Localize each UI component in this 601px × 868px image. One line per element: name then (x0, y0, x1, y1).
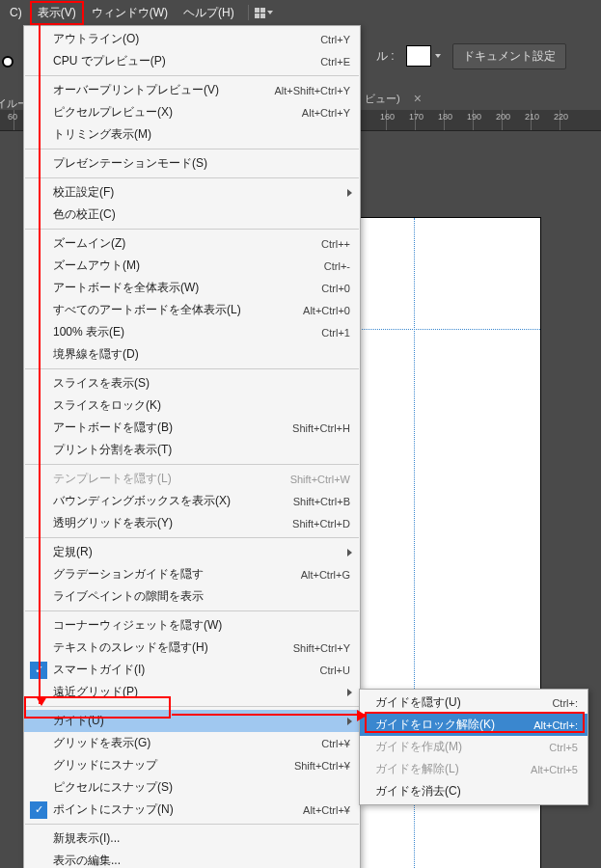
menu-item[interactable]: コーナーウィジェットを隠す(W) (24, 614, 360, 637)
ruler-label: 210 (525, 112, 539, 122)
menubar-item-window[interactable]: ウィンドウ(W) (84, 1, 176, 25)
menu-item[interactable]: グラデーションガイドを隠すAlt+Ctrl+G (24, 563, 360, 585)
caret-down-icon (267, 11, 273, 14)
menu-item[interactable]: 新規表示(I)... (24, 827, 360, 850)
menu-item[interactable]: ズームイン(Z)Ctrl++ (24, 232, 360, 255)
menu-shortcut: Shift+Ctrl+W (290, 474, 350, 485)
menu-item-label: スマートガイド(I) (53, 662, 301, 678)
submenu-arrow-icon (347, 718, 352, 725)
menu-item-label: 境界線を隠す(D) (53, 346, 350, 363)
menu-item: テンプレートを隠す(L)Shift+Ctrl+W (24, 468, 360, 490)
menu-item[interactable]: 定規(R) (24, 541, 360, 563)
menubar-item-prev[interactable]: C) (2, 2, 30, 23)
grid-icon (255, 8, 265, 18)
menu-item[interactable]: CPU でプレビュー(P)Ctrl+E (24, 50, 360, 72)
submenu-arrow-icon (347, 689, 352, 696)
menu-item-label: グリッドにスナップ (53, 757, 275, 773)
menu-item[interactable]: 校正設定(F) (24, 181, 360, 203)
menu-item-label: 透明グリッドを表示(Y) (53, 515, 273, 531)
menu-item[interactable]: バウンディングボックスを表示(X)Shift+Ctrl+B (24, 490, 360, 512)
menu-item[interactable]: 表示の編集... (24, 850, 360, 868)
submenu-shortcut: Alt+Ctrl+5 (531, 764, 578, 775)
submenu-item-label: ガイドを隠す(U) (375, 694, 533, 711)
menu-separator (25, 368, 359, 369)
ruler-label: 170 (409, 112, 423, 122)
annotation-arrow-right (172, 714, 365, 716)
color-swatch (406, 45, 431, 67)
menu-item[interactable]: ライブペイントの隙間を表示 (24, 585, 360, 608)
menu-item[interactable]: グリッドにスナップShift+Ctrl+¥ (24, 754, 360, 776)
menu-shortcut: Ctrl+- (324, 260, 350, 272)
menubar-item-help[interactable]: ヘルプ(H) (176, 1, 242, 25)
caret-down-icon (435, 54, 441, 58)
menu-item-label: テンプレートを隠す(L) (53, 471, 271, 487)
menu-item-label: バウンディングボックスを表示(X) (53, 493, 274, 509)
menu-item[interactable]: トリミング表示(M) (24, 123, 360, 146)
menu-item[interactable]: すべてのアートボードを全体表示(L)Alt+Ctrl+0 (24, 299, 360, 321)
menu-item-label: グラデーションガイドを隠す (53, 566, 282, 583)
menu-separator (25, 824, 359, 825)
menu-shortcut: Ctrl+U (320, 665, 350, 676)
menu-item-label: 定規(R) (53, 544, 350, 560)
menu-separator (25, 75, 359, 76)
submenu-item-label: ガイドを作成(M) (375, 739, 530, 755)
menu-item[interactable]: 100% 表示(E)Ctrl+1 (24, 321, 360, 343)
ruler-label: 220 (554, 112, 568, 122)
menu-shortcut: Ctrl+E (320, 56, 350, 68)
menu-item-label: ポイントにスナップ(N) (53, 801, 284, 818)
menu-item[interactable]: ✓ポイントにスナップ(N)Alt+Ctrl+¥ (24, 799, 360, 821)
check-icon: ✓ (30, 801, 47, 819)
view-menu: アウトライン(O)Ctrl+YCPU でプレビュー(P)Ctrl+Eオーバープリ… (23, 25, 361, 868)
menu-shortcut: Alt+Ctrl+G (301, 569, 350, 581)
menu-item-label: ピクセルプレビュー(X) (53, 104, 283, 121)
ruler-label: 160 (380, 112, 395, 122)
menu-separator (25, 229, 359, 230)
menu-item[interactable]: グリッドを表示(G)Ctrl+¥ (24, 732, 360, 754)
menu-item[interactable]: アートボードを全体表示(W)Ctrl+0 (24, 277, 360, 299)
menu-item-label: 100% 表示(E) (53, 324, 302, 340)
workspace-switcher[interactable] (255, 8, 273, 18)
menu-item[interactable]: アウトライン(O)Ctrl+Y (24, 28, 360, 50)
menu-item[interactable]: プレゼンテーションモード(S) (24, 152, 360, 175)
menu-item[interactable]: スライスを表示(S) (24, 372, 360, 394)
menu-shortcut: Ctrl+1 (321, 327, 350, 339)
ruler-label: 180 (438, 112, 452, 122)
annotation-arrow-down (39, 23, 41, 704)
close-icon[interactable]: × (414, 92, 422, 105)
menu-item[interactable]: 境界線を隠す(D) (24, 343, 360, 366)
menu-item[interactable]: ✓スマートガイド(I)Ctrl+U (24, 659, 360, 681)
menu-separator (25, 149, 359, 149)
menu-item[interactable]: 透明グリッドを表示(Y)Shift+Ctrl+D (24, 512, 360, 534)
menu-shortcut: Ctrl+0 (321, 283, 350, 294)
document-settings-button[interactable]: ドキュメント設定 (452, 43, 566, 69)
submenu-item: ガイドを解除(L)Alt+Ctrl+5 (360, 758, 587, 780)
menu-item[interactable]: スライスをロック(K) (24, 394, 360, 417)
menu-item-label: すべてのアートボードを全体表示(L) (53, 302, 284, 318)
submenu-arrow-icon (347, 549, 352, 556)
menu-separator (25, 464, 359, 465)
menu-item-label: プレゼンテーションモード(S) (53, 155, 350, 172)
menu-item[interactable]: 色の校正(C) (24, 203, 360, 226)
stroke-swatch-circle[interactable] (2, 56, 14, 68)
menu-item[interactable]: ズームアウト(M)Ctrl+- (24, 255, 360, 277)
submenu-item[interactable]: ガイドを消去(C) (360, 780, 587, 802)
ruler-label: 200 (496, 112, 510, 122)
menu-item[interactable]: ピクセルにスナップ(S) (24, 776, 360, 799)
menu-item[interactable]: オーバープリントプレビュー(V)Alt+Shift+Ctrl+Y (24, 79, 360, 101)
menu-item-label: トリミング表示(M) (53, 126, 350, 143)
menu-shortcut: Ctrl+Y (320, 34, 350, 45)
menu-item[interactable]: アートボードを隠す(B)Shift+Ctrl+H (24, 417, 360, 439)
submenu-item[interactable]: ガイドを隠す(U)Ctrl+: (360, 692, 587, 714)
fill-label: ル : (376, 48, 395, 65)
menu-item[interactable]: テキストのスレッドを隠す(H)Shift+Ctrl+Y (24, 637, 360, 659)
menubar: C) 表示(V) ウィンドウ(W) ヘルプ(H) (0, 0, 601, 25)
menu-shortcut: Shift+Ctrl+¥ (294, 760, 350, 772)
document-tab[interactable]: ビュー) × (365, 87, 422, 110)
menubar-item-view[interactable]: 表示(V) (30, 1, 84, 25)
menu-item-label: オーバープリントプレビュー(V) (53, 82, 255, 98)
fill-swatch[interactable] (406, 45, 441, 67)
menu-item[interactable]: ピクセルプレビュー(X)Alt+Ctrl+Y (24, 101, 360, 123)
menu-item-label: コーナーウィジェットを隠す(W) (53, 617, 350, 634)
menu-shortcut: Shift+Ctrl+B (293, 496, 350, 507)
menu-item[interactable]: プリント分割を表示(T) (24, 439, 360, 461)
